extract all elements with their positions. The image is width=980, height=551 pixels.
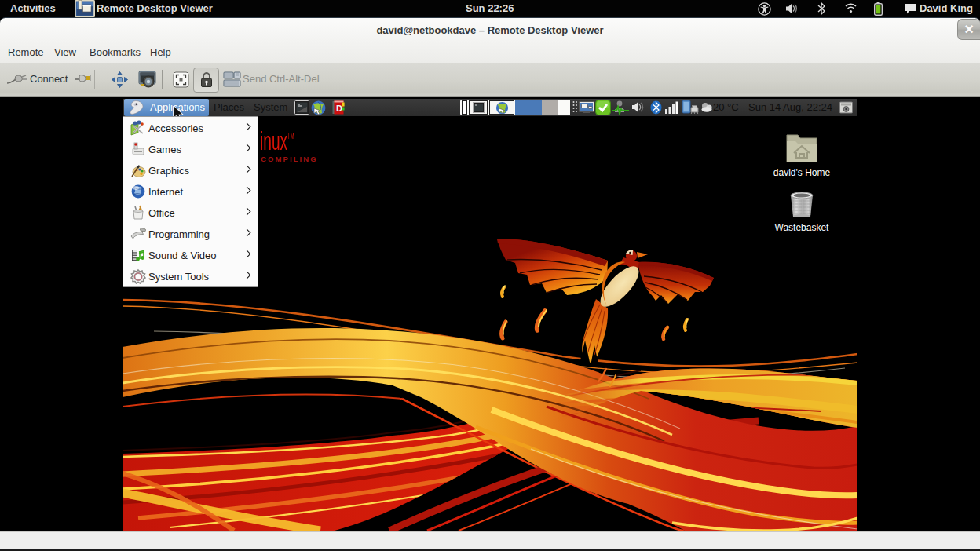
svg-text:D: D: [336, 104, 342, 113]
